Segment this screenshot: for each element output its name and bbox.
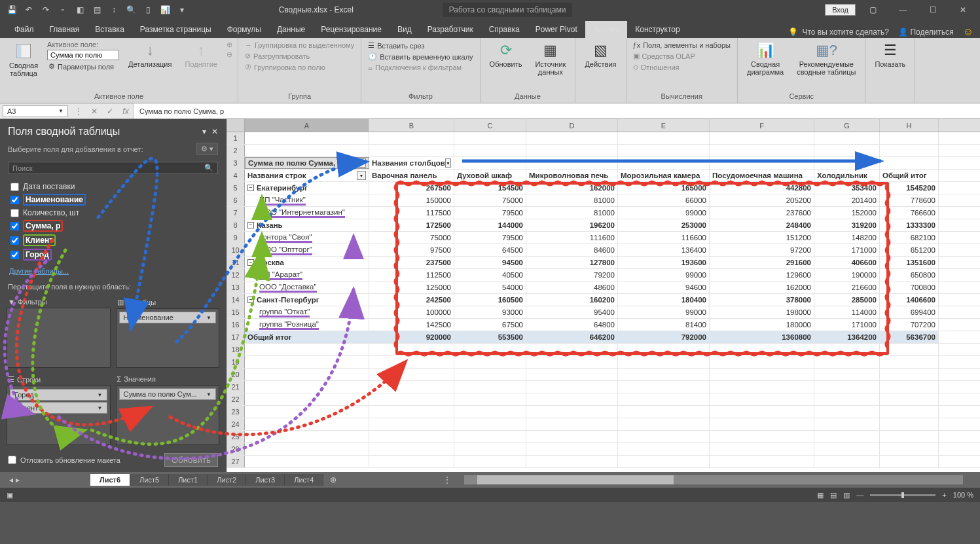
cell[interactable]: 180000: [710, 319, 814, 331]
cell[interactable]: 111600: [526, 232, 618, 244]
sheet-tab[interactable]: Лист2: [208, 474, 246, 486]
cell[interactable]: [526, 406, 618, 418]
update-button[interactable]: Обновить: [164, 453, 218, 467]
row-header[interactable]: 12: [227, 269, 245, 281]
cell[interactable]: [814, 157, 880, 169]
cell[interactable]: 94500: [454, 257, 526, 268]
dropdown-icon[interactable]: [357, 158, 366, 168]
share-button[interactable]: 👤 Поделиться: [898, 27, 954, 37]
worksheet-grid[interactable]: A B C D E F G H 123Сумма по полю Сумма, …: [227, 119, 980, 472]
qa-icon[interactable]: 🔍: [123, 2, 139, 18]
cell[interactable]: [880, 431, 939, 443]
tab-pagelayout[interactable]: Разметка страницы: [132, 21, 219, 38]
cell[interactable]: 291600: [710, 257, 814, 268]
cell[interactable]: [710, 418, 814, 430]
cell[interactable]: [369, 145, 454, 156]
cell[interactable]: [880, 418, 939, 430]
cell[interactable]: 248400: [710, 219, 814, 231]
field-checkbox[interactable]: [10, 209, 19, 217]
qa-icon[interactable]: ▤: [89, 2, 105, 18]
cell[interactable]: ИП "Арарат": [245, 269, 369, 281]
active-field-input[interactable]: [47, 50, 119, 60]
cell[interactable]: [245, 418, 369, 430]
cell[interactable]: [454, 157, 526, 169]
row-header[interactable]: 6: [227, 194, 245, 206]
cell[interactable]: Сумма по полю Сумма, р: [245, 157, 369, 169]
feedback-icon[interactable]: ☺: [963, 26, 973, 38]
cell[interactable]: 75000: [369, 232, 454, 244]
cell[interactable]: [369, 344, 454, 355]
cell[interactable]: 237500: [369, 257, 454, 268]
undo-icon[interactable]: ↶: [21, 2, 37, 18]
cell[interactable]: группа "Откат": [245, 306, 369, 318]
zoom-slider[interactable]: [870, 494, 935, 496]
cell[interactable]: 129600: [710, 269, 814, 281]
sheet-last-icon[interactable]: ▸: [16, 475, 20, 484]
cell[interactable]: 117500: [369, 207, 454, 219]
cell[interactable]: 553500: [454, 331, 526, 343]
col-header[interactable]: H: [880, 119, 939, 132]
cell[interactable]: 171000: [814, 319, 880, 331]
cell[interactable]: 142500: [369, 319, 454, 331]
row-header[interactable]: 7: [227, 207, 245, 219]
cell[interactable]: [710, 393, 814, 405]
cell[interactable]: 79500: [454, 207, 526, 219]
zoom-out-icon[interactable]: —: [856, 491, 863, 499]
field-item[interactable]: Количество, шт: [8, 207, 218, 219]
cell[interactable]: ООО "Доставка": [245, 281, 369, 293]
row-header[interactable]: 4: [227, 170, 245, 181]
row-header[interactable]: 3: [227, 157, 245, 169]
cell[interactable]: 216600: [814, 281, 880, 293]
cell[interactable]: группа "Розница": [245, 319, 369, 331]
cell[interactable]: 67500: [454, 319, 526, 331]
cell[interactable]: [454, 369, 526, 380]
cell[interactable]: контора "Своя": [245, 232, 369, 244]
cell[interactable]: 237600: [710, 207, 814, 219]
cell[interactable]: 766600: [880, 207, 939, 219]
cell[interactable]: 285000: [814, 294, 880, 306]
cell[interactable]: [454, 356, 526, 368]
cell[interactable]: 242500: [369, 294, 454, 306]
pivot-chart-button[interactable]: 📊Сводная диаграмма: [743, 41, 788, 77]
cell[interactable]: [880, 344, 939, 355]
cell[interactable]: 75000: [454, 194, 526, 206]
cell[interactable]: 1333300: [880, 219, 939, 231]
cell[interactable]: 162000: [526, 182, 618, 194]
values-area[interactable]: Сумма по полю Сум...▼: [116, 385, 220, 445]
cell[interactable]: 5636700: [880, 331, 939, 343]
cell[interactable]: [618, 456, 710, 467]
cell[interactable]: 100000: [369, 306, 454, 318]
cell[interactable]: 1545200: [880, 182, 939, 194]
qa-icon[interactable]: ↕: [106, 2, 122, 18]
cell[interactable]: [245, 443, 369, 455]
cell[interactable]: 442800: [710, 182, 814, 194]
col-header[interactable]: D: [526, 119, 618, 132]
rows-area[interactable]: Город▼Клиент▼: [7, 386, 111, 445]
cell[interactable]: 112500: [369, 269, 454, 281]
field-search[interactable]: Поиск 🔍: [8, 162, 218, 174]
cell[interactable]: [710, 369, 814, 380]
cell[interactable]: 682100: [880, 232, 939, 244]
cell[interactable]: 162000: [710, 281, 814, 293]
cell[interactable]: [526, 132, 618, 144]
cell[interactable]: [369, 406, 454, 418]
cell[interactable]: [814, 132, 880, 144]
cell[interactable]: [880, 456, 939, 467]
cell[interactable]: 778600: [880, 194, 939, 206]
field-checkbox[interactable]: [10, 251, 19, 259]
cell[interactable]: [880, 132, 939, 144]
relationships-button[interactable]: ◇Отношения: [632, 62, 732, 72]
cell[interactable]: 171000: [814, 244, 880, 256]
cell[interactable]: 64800: [526, 319, 618, 331]
cell[interactable]: 99000: [618, 306, 710, 318]
cell[interactable]: 144000: [454, 219, 526, 231]
cell[interactable]: [880, 381, 939, 393]
olap-tools-button[interactable]: ▣Средства OLAP: [632, 51, 732, 61]
cell[interactable]: 150000: [369, 194, 454, 206]
collapse-icon[interactable]: −: [247, 222, 254, 228]
row-header[interactable]: 19: [227, 356, 245, 368]
cell[interactable]: 127800: [526, 257, 618, 268]
cell[interactable]: 180400: [618, 294, 710, 306]
cell[interactable]: 116600: [618, 232, 710, 244]
cell[interactable]: [814, 145, 880, 156]
